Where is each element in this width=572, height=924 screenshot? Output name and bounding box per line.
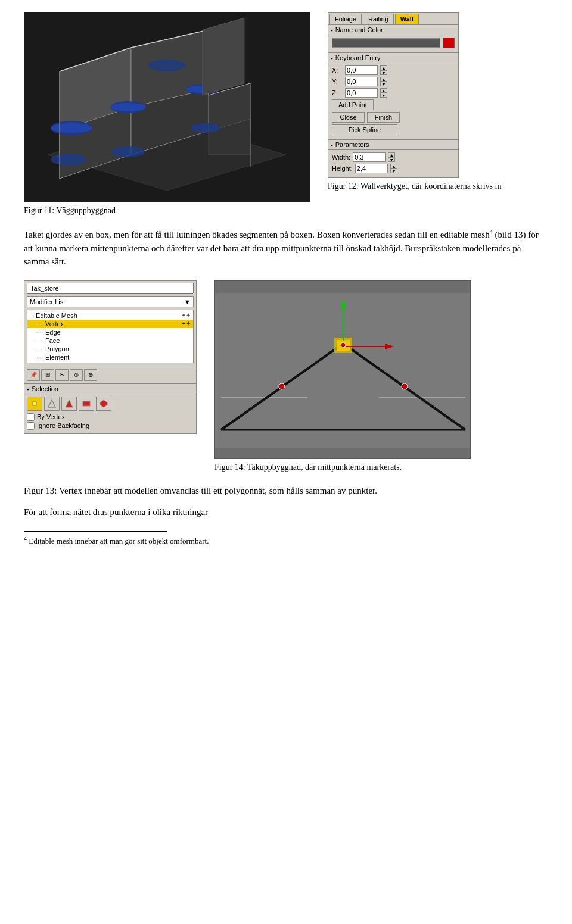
height-row: Height: ▲ ▼	[332, 164, 455, 173]
fig11-caption: Figur 11: Vägguppbyggnad	[24, 206, 310, 216]
tree-vertex[interactable]: ···· Vertex ✦✦	[27, 320, 193, 328]
height-input[interactable]	[355, 164, 388, 173]
width-spinner[interactable]: ▲ ▼	[388, 152, 395, 162]
tab-wall[interactable]: Wall	[395, 14, 419, 24]
x-down[interactable]: ▼	[380, 70, 387, 75]
fig13-panel: Modifier List ▼ □ Editable Mesh ✦✦ ····	[24, 280, 197, 434]
footnote: 4 Editable mesh innebär att man gör sitt…	[24, 535, 548, 546]
tab-foliage[interactable]: Foliage	[329, 14, 362, 24]
by-vertex-label: By Vertex	[37, 413, 65, 420]
sel-edge-icon[interactable]	[44, 397, 60, 411]
ignore-backfacing-row: Ignore Backfacing	[27, 422, 194, 430]
height-spinner[interactable]: ▲ ▼	[390, 164, 397, 173]
y-input[interactable]	[345, 77, 378, 86]
y-spinner[interactable]: ▲ ▼	[380, 77, 387, 86]
svg-point-9	[51, 123, 92, 133]
tool-mirror[interactable]: ⊞	[41, 369, 54, 381]
fig11-image	[24, 12, 310, 202]
name-color-content	[328, 35, 458, 52]
tab-railing[interactable]: Railing	[363, 14, 394, 24]
modifier-tree: □ Editable Mesh ✦✦ ···· Vertex ✦✦ ···· E…	[27, 310, 194, 363]
sel-vertex-icon[interactable]	[27, 397, 42, 411]
width-input[interactable]	[353, 152, 386, 162]
tree-element[interactable]: ···· Element	[27, 353, 193, 361]
bottom-section: Figur 13: Vertex innebär att modellen om…	[24, 484, 548, 546]
svg-rect-25	[33, 402, 36, 405]
name-color-row	[332, 38, 455, 48]
tree-edge[interactable]: ···· Edge	[27, 328, 193, 336]
paragraph-1: Taket gjordes av en box, men för att få …	[24, 227, 548, 269]
name-color-header: - Name and Color	[328, 24, 458, 35]
finish-button[interactable]: Finish	[367, 112, 400, 123]
svg-rect-28	[83, 401, 90, 406]
svg-marker-26	[48, 400, 55, 407]
modifier-list-row: Modifier List ▼	[24, 295, 196, 308]
ignore-backfacing-checkbox[interactable]	[27, 422, 35, 430]
object-name-row	[24, 281, 196, 295]
y-down[interactable]: ▼	[380, 82, 387, 86]
x-up[interactable]: ▲	[380, 65, 387, 70]
height-down[interactable]: ▼	[390, 168, 397, 173]
svg-point-47	[341, 342, 346, 347]
height-label: Height:	[332, 165, 353, 172]
add-point-button[interactable]: Add Point	[332, 99, 374, 110]
width-up[interactable]: ▲	[388, 152, 395, 157]
parameters-collapse[interactable]: -	[331, 141, 333, 148]
svg-point-16	[191, 123, 220, 133]
fig14-caption: Figur 14: Takuppbyggnad, där mittpunkter…	[214, 463, 548, 472]
svg-point-45	[279, 383, 285, 389]
toolbar: 📌 ⊞ ✂ ⊙ ⊕	[24, 367, 196, 383]
fig12-panel: Foliage Railing Wall - Name and Color - …	[328, 12, 459, 178]
z-down[interactable]: ▼	[380, 93, 387, 98]
object-name-input[interactable]	[27, 283, 194, 294]
selection-collapse[interactable]: -	[27, 385, 29, 392]
z-spinner[interactable]: ▲ ▼	[380, 88, 387, 98]
name-input[interactable]	[332, 38, 440, 48]
add-point-row: Add Point	[332, 99, 455, 110]
panel-tabs: Foliage Railing Wall	[328, 13, 458, 24]
fig14-image	[214, 280, 471, 459]
color-swatch[interactable]	[443, 38, 455, 48]
svg-rect-32	[215, 281, 471, 293]
width-down[interactable]: ▼	[388, 157, 395, 162]
svg-point-14	[51, 154, 86, 166]
sel-element-icon[interactable]	[96, 397, 111, 411]
tool-pin[interactable]: 📌	[27, 369, 40, 381]
name-color-collapse[interactable]: -	[331, 26, 333, 33]
svg-marker-22	[203, 18, 244, 95]
tool-attach[interactable]: ⊕	[84, 369, 97, 381]
svg-marker-27	[66, 400, 73, 407]
pick-spline-button[interactable]: Pick Spline	[332, 124, 397, 135]
tree-face[interactable]: ···· Face	[27, 336, 193, 345]
keyboard-entry-label: Keyboard Entry	[335, 54, 381, 61]
modifier-list-dropdown[interactable]: Modifier List ▼	[27, 296, 194, 307]
x-spinner[interactable]: ▲ ▼	[380, 65, 387, 75]
y-row: Y: ▲ ▼	[332, 77, 455, 86]
selection-icons-row	[27, 397, 194, 411]
x-input[interactable]	[345, 65, 378, 75]
name-color-label: Name and Color	[335, 26, 383, 33]
tree-editable-mesh[interactable]: □ Editable Mesh ✦✦	[27, 311, 193, 320]
sel-polygon-icon[interactable]	[79, 397, 94, 411]
by-vertex-checkbox[interactable]	[27, 413, 35, 421]
z-row: Z: ▲ ▼	[332, 88, 455, 98]
by-vertex-row: By Vertex	[27, 413, 194, 421]
keyboard-entry-header: - Keyboard Entry	[328, 52, 458, 63]
close-finish-row: Close Finish	[332, 112, 455, 123]
selection-label: Selection	[32, 385, 58, 392]
selection-header: - Selection	[24, 383, 196, 394]
tool-edit[interactable]: ✂	[55, 369, 69, 381]
z-input[interactable]	[345, 88, 378, 98]
ignore-backfacing-label: Ignore Backfacing	[37, 422, 89, 429]
sel-face-icon[interactable]	[61, 397, 77, 411]
y-up[interactable]: ▲	[380, 77, 387, 82]
tool-settings[interactable]: ⊙	[70, 369, 83, 381]
svg-point-15	[111, 146, 145, 157]
z-up[interactable]: ▲	[380, 88, 387, 93]
x-label: X:	[332, 67, 343, 74]
z-label: Z:	[332, 89, 343, 96]
height-up[interactable]: ▲	[390, 164, 397, 168]
tree-polygon[interactable]: ···· Polygon	[27, 345, 193, 353]
keyboard-entry-collapse[interactable]: -	[331, 54, 333, 61]
close-button[interactable]: Close	[332, 112, 365, 123]
